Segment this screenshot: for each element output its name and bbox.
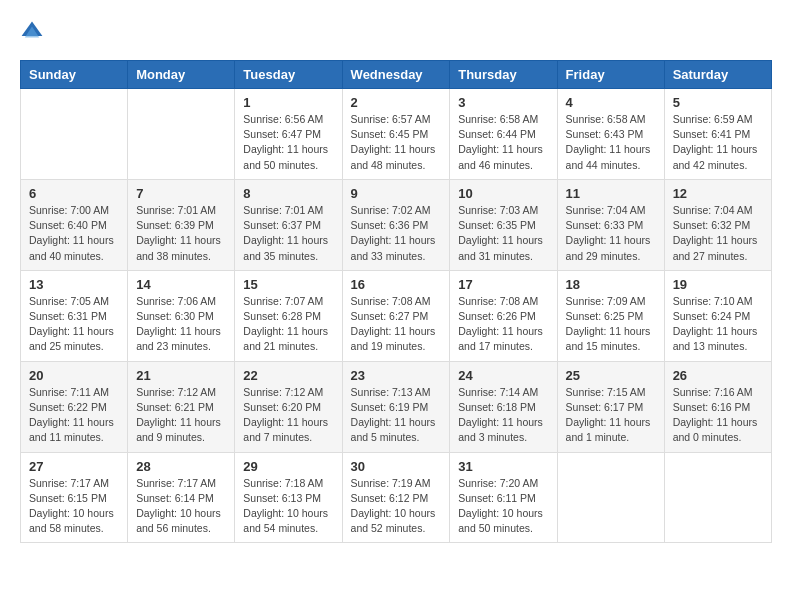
day-number: 8 [243, 186, 333, 201]
day-info: Sunrise: 7:08 AM Sunset: 6:27 PM Dayligh… [351, 294, 442, 355]
day-number: 1 [243, 95, 333, 110]
day-number: 23 [351, 368, 442, 383]
calendar-cell: 9Sunrise: 7:02 AM Sunset: 6:36 PM Daylig… [342, 179, 450, 270]
calendar-cell [21, 89, 128, 180]
day-number: 28 [136, 459, 226, 474]
day-info: Sunrise: 7:05 AM Sunset: 6:31 PM Dayligh… [29, 294, 119, 355]
day-info: Sunrise: 7:16 AM Sunset: 6:16 PM Dayligh… [673, 385, 763, 446]
day-number: 18 [566, 277, 656, 292]
calendar-week-row: 6Sunrise: 7:00 AM Sunset: 6:40 PM Daylig… [21, 179, 772, 270]
day-number: 10 [458, 186, 548, 201]
day-number: 31 [458, 459, 548, 474]
day-info: Sunrise: 7:12 AM Sunset: 6:20 PM Dayligh… [243, 385, 333, 446]
calendar-cell: 20Sunrise: 7:11 AM Sunset: 6:22 PM Dayli… [21, 361, 128, 452]
day-of-week-header: Wednesday [342, 61, 450, 89]
day-number: 7 [136, 186, 226, 201]
day-number: 20 [29, 368, 119, 383]
day-number: 12 [673, 186, 763, 201]
day-info: Sunrise: 6:58 AM Sunset: 6:43 PM Dayligh… [566, 112, 656, 173]
day-info: Sunrise: 7:07 AM Sunset: 6:28 PM Dayligh… [243, 294, 333, 355]
calendar-cell: 8Sunrise: 7:01 AM Sunset: 6:37 PM Daylig… [235, 179, 342, 270]
day-info: Sunrise: 7:08 AM Sunset: 6:26 PM Dayligh… [458, 294, 548, 355]
day-info: Sunrise: 7:04 AM Sunset: 6:33 PM Dayligh… [566, 203, 656, 264]
logo-icon [20, 20, 44, 44]
calendar-week-row: 13Sunrise: 7:05 AM Sunset: 6:31 PM Dayli… [21, 270, 772, 361]
day-info: Sunrise: 7:14 AM Sunset: 6:18 PM Dayligh… [458, 385, 548, 446]
day-of-week-header: Friday [557, 61, 664, 89]
calendar-cell: 19Sunrise: 7:10 AM Sunset: 6:24 PM Dayli… [664, 270, 771, 361]
day-info: Sunrise: 7:06 AM Sunset: 6:30 PM Dayligh… [136, 294, 226, 355]
day-info: Sunrise: 7:02 AM Sunset: 6:36 PM Dayligh… [351, 203, 442, 264]
calendar-cell: 17Sunrise: 7:08 AM Sunset: 6:26 PM Dayli… [450, 270, 557, 361]
day-number: 26 [673, 368, 763, 383]
day-info: Sunrise: 7:20 AM Sunset: 6:11 PM Dayligh… [458, 476, 548, 537]
day-number: 27 [29, 459, 119, 474]
day-of-week-header: Thursday [450, 61, 557, 89]
calendar-header-row: SundayMondayTuesdayWednesdayThursdayFrid… [21, 61, 772, 89]
calendar-cell: 15Sunrise: 7:07 AM Sunset: 6:28 PM Dayli… [235, 270, 342, 361]
day-number: 6 [29, 186, 119, 201]
logo [20, 20, 52, 44]
day-info: Sunrise: 7:11 AM Sunset: 6:22 PM Dayligh… [29, 385, 119, 446]
calendar-cell: 24Sunrise: 7:14 AM Sunset: 6:18 PM Dayli… [450, 361, 557, 452]
day-info: Sunrise: 7:09 AM Sunset: 6:25 PM Dayligh… [566, 294, 656, 355]
calendar-cell: 10Sunrise: 7:03 AM Sunset: 6:35 PM Dayli… [450, 179, 557, 270]
calendar-cell: 21Sunrise: 7:12 AM Sunset: 6:21 PM Dayli… [128, 361, 235, 452]
day-number: 29 [243, 459, 333, 474]
calendar-cell: 16Sunrise: 7:08 AM Sunset: 6:27 PM Dayli… [342, 270, 450, 361]
calendar-week-row: 1Sunrise: 6:56 AM Sunset: 6:47 PM Daylig… [21, 89, 772, 180]
day-number: 24 [458, 368, 548, 383]
calendar-cell: 30Sunrise: 7:19 AM Sunset: 6:12 PM Dayli… [342, 452, 450, 543]
calendar-cell: 6Sunrise: 7:00 AM Sunset: 6:40 PM Daylig… [21, 179, 128, 270]
day-info: Sunrise: 6:56 AM Sunset: 6:47 PM Dayligh… [243, 112, 333, 173]
day-info: Sunrise: 7:17 AM Sunset: 6:14 PM Dayligh… [136, 476, 226, 537]
day-number: 30 [351, 459, 442, 474]
day-info: Sunrise: 6:59 AM Sunset: 6:41 PM Dayligh… [673, 112, 763, 173]
calendar-cell [557, 452, 664, 543]
day-number: 16 [351, 277, 442, 292]
day-number: 11 [566, 186, 656, 201]
calendar-cell: 14Sunrise: 7:06 AM Sunset: 6:30 PM Dayli… [128, 270, 235, 361]
calendar-cell: 23Sunrise: 7:13 AM Sunset: 6:19 PM Dayli… [342, 361, 450, 452]
day-of-week-header: Sunday [21, 61, 128, 89]
calendar-cell: 18Sunrise: 7:09 AM Sunset: 6:25 PM Dayli… [557, 270, 664, 361]
day-info: Sunrise: 7:17 AM Sunset: 6:15 PM Dayligh… [29, 476, 119, 537]
calendar-cell: 2Sunrise: 6:57 AM Sunset: 6:45 PM Daylig… [342, 89, 450, 180]
day-number: 4 [566, 95, 656, 110]
page-header [20, 20, 772, 44]
calendar-week-row: 20Sunrise: 7:11 AM Sunset: 6:22 PM Dayli… [21, 361, 772, 452]
day-info: Sunrise: 7:03 AM Sunset: 6:35 PM Dayligh… [458, 203, 548, 264]
day-info: Sunrise: 7:10 AM Sunset: 6:24 PM Dayligh… [673, 294, 763, 355]
day-number: 5 [673, 95, 763, 110]
day-number: 19 [673, 277, 763, 292]
day-number: 14 [136, 277, 226, 292]
calendar-cell: 13Sunrise: 7:05 AM Sunset: 6:31 PM Dayli… [21, 270, 128, 361]
day-number: 15 [243, 277, 333, 292]
day-info: Sunrise: 6:57 AM Sunset: 6:45 PM Dayligh… [351, 112, 442, 173]
day-of-week-header: Tuesday [235, 61, 342, 89]
calendar-cell: 27Sunrise: 7:17 AM Sunset: 6:15 PM Dayli… [21, 452, 128, 543]
calendar-week-row: 27Sunrise: 7:17 AM Sunset: 6:15 PM Dayli… [21, 452, 772, 543]
day-info: Sunrise: 7:00 AM Sunset: 6:40 PM Dayligh… [29, 203, 119, 264]
day-of-week-header: Saturday [664, 61, 771, 89]
calendar-cell: 1Sunrise: 6:56 AM Sunset: 6:47 PM Daylig… [235, 89, 342, 180]
day-info: Sunrise: 7:12 AM Sunset: 6:21 PM Dayligh… [136, 385, 226, 446]
day-info: Sunrise: 7:13 AM Sunset: 6:19 PM Dayligh… [351, 385, 442, 446]
calendar-cell: 28Sunrise: 7:17 AM Sunset: 6:14 PM Dayli… [128, 452, 235, 543]
day-number: 2 [351, 95, 442, 110]
day-number: 21 [136, 368, 226, 383]
day-number: 17 [458, 277, 548, 292]
calendar-table: SundayMondayTuesdayWednesdayThursdayFrid… [20, 60, 772, 543]
day-number: 22 [243, 368, 333, 383]
calendar-cell: 4Sunrise: 6:58 AM Sunset: 6:43 PM Daylig… [557, 89, 664, 180]
day-of-week-header: Monday [128, 61, 235, 89]
calendar-cell: 25Sunrise: 7:15 AM Sunset: 6:17 PM Dayli… [557, 361, 664, 452]
day-number: 9 [351, 186, 442, 201]
calendar-cell: 26Sunrise: 7:16 AM Sunset: 6:16 PM Dayli… [664, 361, 771, 452]
day-info: Sunrise: 7:04 AM Sunset: 6:32 PM Dayligh… [673, 203, 763, 264]
day-info: Sunrise: 7:01 AM Sunset: 6:39 PM Dayligh… [136, 203, 226, 264]
day-info: Sunrise: 7:19 AM Sunset: 6:12 PM Dayligh… [351, 476, 442, 537]
day-info: Sunrise: 7:18 AM Sunset: 6:13 PM Dayligh… [243, 476, 333, 537]
calendar-cell [664, 452, 771, 543]
calendar-cell: 31Sunrise: 7:20 AM Sunset: 6:11 PM Dayli… [450, 452, 557, 543]
